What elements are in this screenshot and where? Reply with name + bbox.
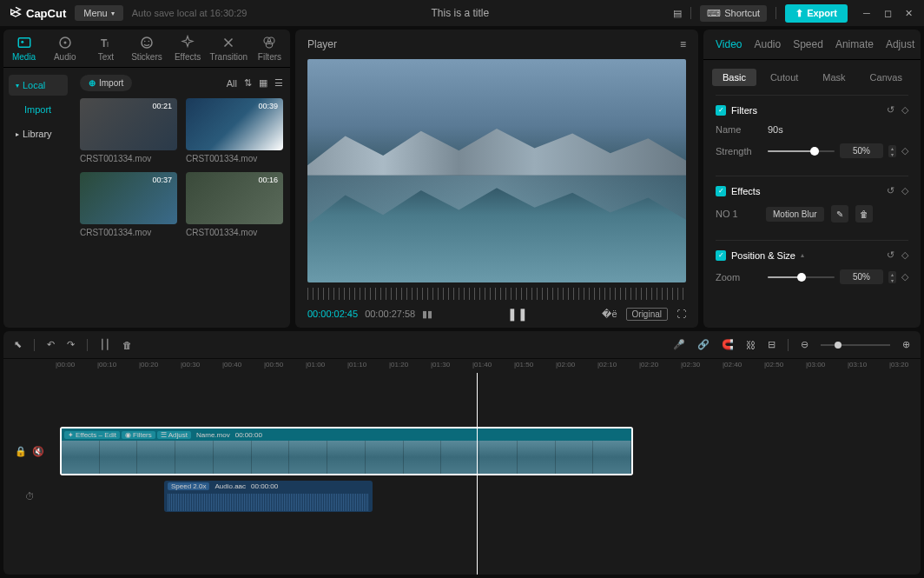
media-item[interactable]: 00:16CRST001334.mov: [186, 172, 283, 237]
grid-view-icon[interactable]: ▦: [259, 77, 267, 89]
pause-button[interactable]: ❚❚: [507, 307, 528, 321]
player-menu-icon[interactable]: ≡: [680, 38, 686, 50]
delete-icon[interactable]: 🗑: [122, 340, 132, 350]
keyframe-icon[interactable]: ◇: [901, 145, 908, 156]
insp-tab-animate[interactable]: Animate: [835, 38, 874, 50]
zoom-slider[interactable]: [768, 276, 835, 278]
player-panel: Player ≡ 00:00:02:45 00:00:27:58 ▮▮ ❚❚ �…: [295, 30, 698, 328]
tab-transition[interactable]: Transition: [208, 35, 249, 62]
timecode-total: 00:00:27:58: [365, 309, 415, 319]
list-view-icon[interactable]: ☰: [274, 77, 283, 89]
zoom-in-icon[interactable]: ⊕: [902, 339, 910, 350]
align-icon[interactable]: ⊟: [768, 339, 776, 350]
insp-tab-speed[interactable]: Speed: [793, 38, 823, 50]
maximize-icon[interactable]: ◻: [884, 8, 894, 18]
svg-point-10: [268, 37, 275, 44]
effects-checkbox[interactable]: ✓: [716, 186, 726, 196]
tab-text[interactable]: TIText: [85, 35, 126, 62]
zoom-input[interactable]: [840, 269, 883, 284]
redo-icon[interactable]: ↷: [67, 339, 75, 350]
mute-track-icon[interactable]: 🔇: [32, 446, 44, 457]
zoom-out-icon[interactable]: ⊖: [801, 339, 808, 350]
effect-name: Motion Blur: [766, 207, 824, 222]
audio-clip[interactable]: Speed 2.0x Audio.aac 00:00:00: [164, 481, 373, 512]
reset-icon[interactable]: ↺: [887, 104, 894, 116]
svg-point-11: [267, 42, 274, 49]
media-item[interactable]: 00:39CRST001334.mov: [186, 98, 283, 163]
tab-stickers[interactable]: Stickers: [126, 35, 167, 62]
select-tool-icon[interactable]: ⬉: [14, 339, 22, 350]
tab-effects[interactable]: Effects: [168, 35, 208, 62]
insp-tab-audio[interactable]: Audio: [754, 38, 781, 50]
media-panel: Media Audio TIText Stickers Effects Tran…: [3, 30, 290, 328]
fullscreen-icon[interactable]: ⛶: [676, 309, 686, 319]
position-checkbox[interactable]: ✓: [716, 250, 726, 261]
close-icon[interactable]: ✕: [905, 8, 915, 18]
timeline-panel: ⬉ ↶ ↷ ⎮⎮ 🗑 🎤 🔗 🧲 ⛓ ⊟ ⊖ ⊕ |00:00|00:10|00…: [3, 331, 921, 575]
subtab-basic[interactable]: Basic: [712, 69, 756, 86]
tab-media[interactable]: Media: [3, 35, 44, 62]
levels-icon[interactable]: ▮▮: [422, 309, 432, 320]
tab-filters[interactable]: Filters: [249, 35, 290, 62]
sort-icon[interactable]: ⇅: [244, 77, 252, 89]
timeline-zoom-slider[interactable]: [821, 344, 890, 346]
project-title[interactable]: This is a title: [255, 7, 664, 19]
video-clip[interactable]: ✦ Effects – Edit ◉ Filters ☰ Adjust Name…: [60, 427, 633, 475]
sidebar-item-import[interactable]: Import: [9, 99, 68, 120]
subtab-cutout[interactable]: Cutout: [760, 69, 808, 86]
autosave-status: Auto save local at 16:30:29: [132, 8, 248, 18]
chain-icon[interactable]: ⛓: [746, 340, 756, 350]
delete-effect-icon[interactable]: 🗑: [855, 205, 873, 223]
tool-tabs: Media Audio TIText Stickers Effects Tran…: [3, 30, 290, 68]
timecode-current: 00:00:02:45: [307, 309, 358, 319]
clip-badge-effects[interactable]: ✦ Effects – Edit: [64, 431, 120, 439]
media-sidebar: ▾Local Import ▸Library: [3, 68, 73, 328]
audio-track-icon[interactable]: ⏱: [25, 491, 35, 502]
svg-rect-0: [18, 38, 30, 48]
insp-tab-video[interactable]: Video: [716, 38, 742, 50]
strength-input[interactable]: [840, 143, 883, 158]
keyframe-icon[interactable]: ◇: [901, 271, 908, 282]
inspector-panel: Video Audio Speed Animate Adjust Basic C…: [703, 30, 921, 328]
media-item[interactable]: 00:37CRST001334.mov: [80, 172, 177, 237]
clip-badge-filters[interactable]: ◉ Filters: [122, 431, 155, 439]
link-icon[interactable]: 🔗: [697, 339, 710, 350]
magnet-icon[interactable]: 🧲: [722, 339, 734, 350]
filter-all[interactable]: All: [227, 78, 237, 89]
minimize-icon[interactable]: ─: [863, 8, 874, 18]
layout-icon[interactable]: ▤: [673, 8, 682, 19]
sidebar-item-library[interactable]: ▸Library: [9, 123, 68, 144]
insp-tab-adjust[interactable]: Adjust: [886, 38, 914, 50]
focus-icon[interactable]: �ё: [602, 309, 617, 320]
clip-badge-adjust[interactable]: ☰ Adjust: [157, 431, 191, 439]
player-viewport[interactable]: [307, 59, 686, 282]
shortcut-button[interactable]: ⌨ Shortcut: [700, 5, 767, 22]
timeline-ruler[interactable]: |00:00|00:10|00:20|00:30|00:40|00:50|01:…: [56, 359, 921, 373]
export-button[interactable]: ⬆ Export: [785, 4, 848, 23]
player-title: Player: [307, 38, 337, 50]
keyframe-icon[interactable]: ◇: [901, 249, 908, 261]
svg-text:I: I: [107, 40, 109, 49]
mic-icon[interactable]: 🎤: [673, 339, 685, 350]
svg-point-6: [142, 37, 152, 48]
keyframe-icon[interactable]: ◇: [901, 104, 908, 116]
reset-icon[interactable]: ↺: [887, 249, 894, 261]
playhead[interactable]: [477, 373, 478, 575]
original-button[interactable]: Original: [626, 308, 668, 321]
reset-icon[interactable]: ↺: [887, 185, 894, 196]
filters-checkbox[interactable]: ✓: [716, 105, 726, 116]
sidebar-item-local[interactable]: ▾Local: [9, 75, 68, 96]
strength-slider[interactable]: [768, 150, 835, 152]
subtab-mask[interactable]: Mask: [812, 69, 855, 86]
lock-track-icon[interactable]: 🔒: [15, 446, 27, 457]
subtab-canvas[interactable]: Canvas: [860, 69, 913, 86]
split-icon[interactable]: ⎮⎮: [100, 339, 110, 350]
tab-audio[interactable]: Audio: [44, 35, 85, 62]
edit-effect-icon[interactable]: ✎: [831, 205, 848, 223]
menu-button[interactable]: Menu ▾: [75, 5, 123, 21]
player-ruler[interactable]: [307, 288, 686, 300]
undo-icon[interactable]: ↶: [47, 339, 55, 350]
keyframe-icon[interactable]: ◇: [901, 185, 908, 196]
import-button[interactable]: ⊕Import: [80, 75, 132, 91]
media-item[interactable]: 00:21CRST001334.mov: [80, 98, 177, 163]
